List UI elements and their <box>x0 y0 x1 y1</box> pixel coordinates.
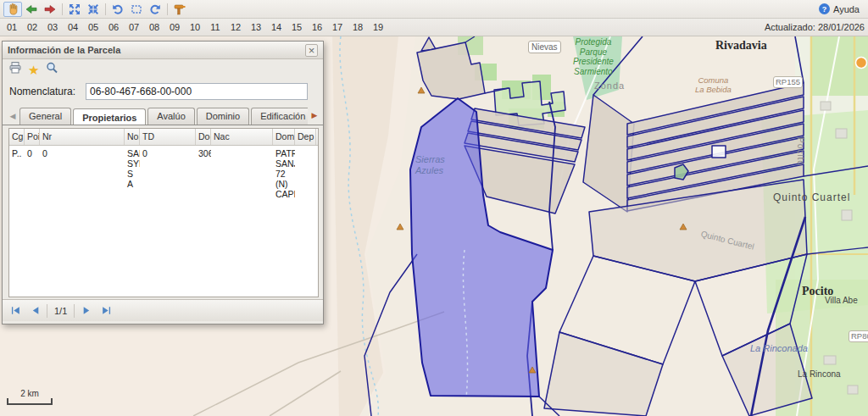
column-header[interactable]: TD <box>140 129 196 145</box>
next-page-icon[interactable] <box>79 303 94 319</box>
grid-header: Cg Poi Nr Nombre TD Documento Nac Domici… <box>9 129 318 146</box>
help-icon: ? <box>819 3 830 14</box>
zone-number-button[interactable]: 02 <box>22 22 42 32</box>
grid-pager: 1/1 <box>3 299 323 321</box>
column-header[interactable]: Nr <box>40 129 125 145</box>
pager-separator <box>74 304 75 318</box>
owner-cell: SANTA SYLVIA S A <box>125 148 140 189</box>
zone-number-button[interactable]: 05 <box>83 22 103 32</box>
zone-number-button[interactable]: 08 <box>144 22 164 32</box>
zoom-rectangle-icon[interactable] <box>127 2 146 17</box>
zone-number-list: 01 02 03 04 05 06 07 08 09 10 11 12 <box>2 22 388 32</box>
zoom-extent-icon[interactable] <box>84 2 103 17</box>
zone-number-button[interactable]: 18 <box>348 22 368 32</box>
zoom-back-icon[interactable] <box>22 2 41 17</box>
zone-number-button[interactable]: 15 <box>287 22 307 32</box>
measure-tool-icon[interactable] <box>170 2 189 17</box>
column-header[interactable]: Domicilio <box>273 129 295 145</box>
dialog-tab[interactable]: General <box>19 108 71 125</box>
updated-label: Actualizado: 28/01/2026 <box>765 22 866 32</box>
tab-scroll-left-icon[interactable]: ◀ <box>6 108 19 124</box>
previous-page-icon[interactable] <box>27 303 42 319</box>
zoom-forward-icon[interactable] <box>41 2 59 17</box>
zone-bar: 01 02 03 04 05 06 07 08 09 10 11 12 <box>0 19 868 36</box>
zone-number-button[interactable]: 01 <box>2 22 22 32</box>
zone-number-button[interactable]: 11 <box>205 22 225 32</box>
dialog-tabs: General Propietarios Avalúo Dominio Edif… <box>19 108 308 125</box>
scalebar-label: 2 km <box>7 389 53 398</box>
favorite-star-icon[interactable]: ★ <box>28 64 39 76</box>
column-header[interactable]: Dep <box>295 129 316 145</box>
help-button[interactable]: ? Ayuda <box>819 3 865 14</box>
dialog-toolbar: ★ <box>3 59 323 80</box>
pager-separator <box>47 304 47 318</box>
nomenclatura-input[interactable] <box>86 83 308 100</box>
zone-number-button[interactable]: 10 <box>185 22 205 32</box>
parcel-info-dialog: Información de la Parcela × ★ Nomenclatu… <box>2 41 324 324</box>
zone-number-button[interactable]: 19 <box>368 22 388 32</box>
main-toolbar: ? Ayuda <box>0 0 868 19</box>
zone-number-button[interactable]: 17 <box>327 22 348 32</box>
zone-number-button[interactable]: 12 <box>225 22 246 32</box>
zone-number-button[interactable]: 04 <box>63 22 83 32</box>
dialog-tab[interactable]: Avalúo <box>147 108 194 125</box>
dialog-title: Información de la Parcela <box>8 45 120 55</box>
owner-cell: 30686466910 <box>196 148 211 158</box>
redo-icon[interactable] <box>146 2 164 17</box>
zone-number-button[interactable]: 13 <box>246 22 266 32</box>
print-icon[interactable] <box>8 61 22 78</box>
owner-cell: PATRICIAS SANJUANINAS 72 (N) CAPITAL <box>273 148 295 199</box>
help-label: Ayuda <box>833 4 860 14</box>
search-magnifier-icon[interactable] <box>45 61 58 78</box>
zone-number-button[interactable]: 16 <box>307 22 327 32</box>
full-extent-icon[interactable] <box>65 2 84 17</box>
dialog-tabstrip: ◀ General Propietarios Avalúo Dominio Ed… <box>3 105 323 125</box>
toolbar-separator <box>167 3 168 15</box>
owner-row[interactable]: P.. 0 0 SANTA SYLVIA S A 0 30686466910 P… <box>9 146 318 199</box>
column-header[interactable]: Poi <box>25 129 40 145</box>
zone-number-button[interactable]: 09 <box>164 22 185 32</box>
undo-icon[interactable] <box>108 2 127 17</box>
owner-cell: 0 <box>40 148 125 158</box>
zone-number-button[interactable]: 07 <box>124 22 144 32</box>
column-header[interactable]: Documento <box>196 129 211 145</box>
nomenclatura-row: Nomenclatura: <box>3 80 323 105</box>
tab-scroll-right-icon[interactable]: ▶ <box>308 108 321 123</box>
zone-number-button[interactable]: 06 <box>103 22 124 32</box>
last-page-icon[interactable] <box>98 303 114 319</box>
app-window: Nievas Protegida Parque Presidente Sarmi… <box>0 0 868 416</box>
first-page-icon[interactable] <box>8 303 23 319</box>
pan-hand-icon[interactable] <box>3 2 22 17</box>
zone-number-button[interactable]: 14 <box>266 22 287 32</box>
owner-cell: 0 <box>25 148 40 158</box>
owner-cell: P.. <box>9 148 25 158</box>
owners-grid: Cg Poi Nr Nombre TD Documento Nac Domici… <box>8 128 319 297</box>
dialog-tab[interactable]: Edificación <box>251 108 308 125</box>
page-indicator: 1/1 <box>52 306 70 316</box>
nomenclatura-label: Nomenclatura: <box>9 86 86 97</box>
dialog-tab[interactable]: Dominio <box>197 108 249 125</box>
toolbar-separator <box>62 3 63 15</box>
owner-cell: 0 <box>140 148 196 158</box>
column-header[interactable]: Cg <box>9 129 25 145</box>
dialog-tab[interactable]: Propietarios <box>73 108 146 125</box>
toolbar-separator <box>105 3 106 15</box>
dialog-header[interactable]: Información de la Parcela × <box>3 42 323 59</box>
close-icon[interactable]: × <box>305 44 318 57</box>
zone-number-button[interactable]: 03 <box>42 22 63 32</box>
scalebar <box>7 398 53 405</box>
column-header[interactable]: Nombre <box>125 129 140 145</box>
column-header[interactable]: Nac <box>211 129 273 145</box>
